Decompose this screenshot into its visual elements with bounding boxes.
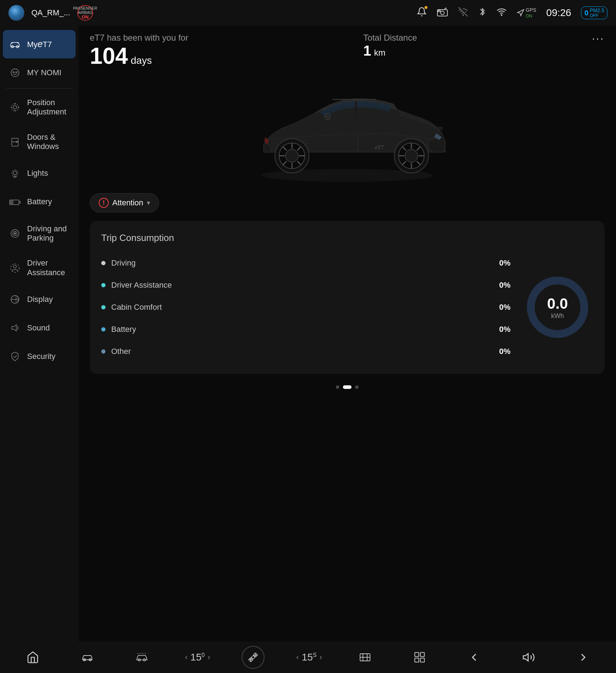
nomi-icon bbox=[9, 66, 21, 79]
taskbar-right-arrow-right[interactable]: › bbox=[319, 653, 322, 662]
taskbar-left-arrow-left[interactable]: ‹ bbox=[185, 653, 188, 662]
donut-unit: kWh bbox=[547, 312, 568, 320]
donut-center: 0.0 kWh bbox=[547, 295, 568, 320]
taskbar-left-arrow-right[interactable]: › bbox=[207, 653, 210, 662]
svg-point-13 bbox=[11, 104, 19, 111]
trip-dot bbox=[101, 283, 106, 287]
airbag-status: ON bbox=[73, 15, 97, 20]
sidebar-item-display[interactable]: Display bbox=[0, 285, 78, 314]
taskbar-vehicle-button[interactable] bbox=[130, 646, 153, 669]
sidebar-item-battery[interactable]: Battery bbox=[0, 188, 78, 216]
attention-button[interactable]: ! Attention ▾ bbox=[90, 193, 159, 212]
pagination-dots bbox=[90, 381, 605, 393]
svg-marker-85 bbox=[523, 654, 528, 661]
svg-rect-84 bbox=[420, 658, 424, 662]
trip-consumption-content: Driving 0% Driver Assistance 0% Cabin Co… bbox=[101, 252, 593, 363]
svg-point-12 bbox=[13, 106, 17, 109]
pm25-off-label: OFF bbox=[590, 13, 604, 18]
trip-item-name: Other bbox=[111, 347, 493, 356]
distance-number: 1 bbox=[363, 43, 371, 59]
taskbar-temp-left[interactable]: ‹ 150 › bbox=[185, 652, 210, 663]
trip-item-value: 0% bbox=[499, 347, 510, 356]
sidebar-item-lights[interactable]: Lights bbox=[0, 159, 78, 188]
sidebar-item-my-nomi[interactable]: MY NOMI bbox=[0, 58, 78, 87]
sidebar-item-my-et7[interactable]: MyeT7 bbox=[3, 30, 76, 58]
pagination-dot-2[interactable] bbox=[343, 385, 351, 389]
taskbar-right-arrow-left[interactable]: ‹ bbox=[296, 653, 299, 662]
lights-icon bbox=[9, 167, 21, 180]
status-bar-left: QA_RM_... PASSENGERAIRBAG ON bbox=[9, 5, 93, 21]
taskbar-home-button[interactable] bbox=[21, 646, 44, 669]
car-illustration: eT7 N bbox=[237, 74, 458, 184]
sidebar-item-position-adjustment[interactable]: Position Adjustment bbox=[0, 90, 78, 125]
car-image-area: eT7 N bbox=[90, 72, 605, 186]
svg-point-21 bbox=[13, 171, 17, 175]
more-button[interactable]: ··· bbox=[592, 33, 605, 44]
attention-label: Attention bbox=[112, 198, 143, 207]
svg-point-60 bbox=[286, 149, 298, 162]
trip-item: Driver Assistance 0% bbox=[101, 274, 510, 296]
trip-item-value: 0% bbox=[499, 258, 510, 268]
sidebar-item-sound-label: Sound bbox=[27, 323, 50, 333]
svg-point-4 bbox=[463, 15, 463, 15]
taskbar-heating-button[interactable] bbox=[354, 646, 376, 669]
pm25-value: 0 bbox=[584, 9, 588, 17]
sidebar-item-driving-parking[interactable]: Driving and Parking bbox=[0, 216, 78, 251]
trip-item-value: 0% bbox=[499, 303, 510, 312]
sidebar-item-security[interactable]: Security bbox=[0, 342, 78, 371]
sidebar-item-my-et7-label: MyeT7 bbox=[27, 38, 52, 50]
taskbar-car-button[interactable] bbox=[76, 646, 99, 669]
sidebar-item-doors-windows-label: Doors & Windows bbox=[27, 133, 70, 151]
car-icon bbox=[9, 38, 21, 51]
gps-icon: GPSON bbox=[517, 7, 537, 19]
trip-item-name: Cabin Comfort bbox=[111, 303, 493, 312]
trip-item-name: Driver Assistance bbox=[111, 281, 493, 290]
svg-point-5 bbox=[501, 15, 502, 15]
svg-point-11 bbox=[16, 72, 17, 73]
distance-unit: km bbox=[374, 48, 385, 58]
svg-line-27 bbox=[17, 175, 17, 175]
trip-item: Cabin Comfort 0% bbox=[101, 296, 510, 318]
trip-item: Battery 0% bbox=[101, 318, 510, 340]
sidebar-item-position-adjustment-label: Position Adjustment bbox=[27, 98, 70, 117]
camera-icon[interactable] bbox=[437, 7, 448, 19]
svg-rect-82 bbox=[420, 653, 424, 657]
sidebar-item-driving-parking-label: Driving and Parking bbox=[27, 224, 70, 243]
wifi-icon[interactable] bbox=[497, 7, 507, 19]
sidebar-item-doors-windows[interactable]: Doors & Windows bbox=[0, 125, 78, 159]
trip-item: Driving 0% bbox=[101, 252, 510, 274]
taskbar-apps-button[interactable] bbox=[408, 646, 431, 669]
svg-point-1 bbox=[441, 11, 444, 15]
pm25-badge: 0 PM2.5 OFF bbox=[581, 6, 607, 19]
days-info: eT7 has been with you for 104 days bbox=[90, 33, 188, 69]
time-display: 09:26 bbox=[546, 7, 571, 19]
driving-icon bbox=[9, 227, 21, 240]
sidebar-item-driver-assistance[interactable]: Driver Assistance bbox=[0, 251, 78, 285]
distance-info: Total Distance 1 km bbox=[363, 33, 417, 59]
bell-icon[interactable] bbox=[417, 7, 427, 19]
taskbar-left-temp-display: 150 bbox=[190, 652, 205, 663]
days-number: 104 bbox=[90, 43, 128, 69]
svg-rect-2 bbox=[438, 10, 440, 12]
sidebar-item-sound[interactable]: Sound bbox=[0, 314, 78, 342]
taskbar-volume-button[interactable] bbox=[517, 646, 540, 669]
taskbar-back-button[interactable] bbox=[463, 646, 486, 669]
sidebar-item-security-label: Security bbox=[27, 352, 55, 361]
svg-text:eT7: eT7 bbox=[375, 144, 384, 150]
pagination-dot-3[interactable] bbox=[355, 385, 359, 389]
attention-icon: ! bbox=[99, 198, 109, 208]
pagination-dot-1[interactable] bbox=[336, 385, 339, 389]
sidebar-item-battery-label: Battery bbox=[27, 197, 52, 206]
taskbar-fan-button[interactable] bbox=[242, 646, 265, 669]
main-layout: MyeT7 MY NOMI bbox=[0, 26, 616, 642]
sidebar-item-driver-assistance-label: Driver Assistance bbox=[27, 258, 70, 277]
taskbar-forward-button[interactable] bbox=[572, 646, 595, 669]
avatar[interactable] bbox=[9, 5, 24, 21]
svg-line-29 bbox=[12, 175, 13, 175]
svg-rect-83 bbox=[415, 658, 419, 662]
svg-marker-6 bbox=[518, 10, 524, 16]
bluetooth-icon[interactable] bbox=[478, 7, 487, 19]
svg-point-37 bbox=[14, 265, 16, 268]
taskbar-temp-right[interactable]: ‹ 15S › bbox=[296, 652, 322, 663]
svg-rect-33 bbox=[10, 201, 13, 204]
